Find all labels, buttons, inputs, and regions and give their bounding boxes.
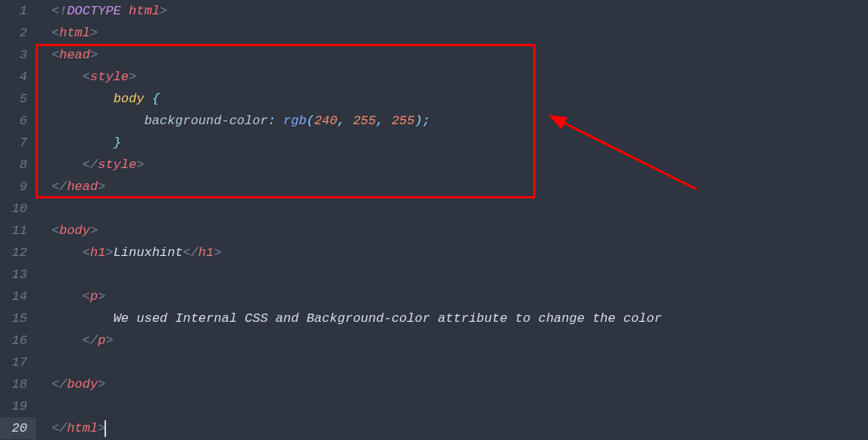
line-number: 1 [0, 0, 27, 22]
code-line[interactable]: <h1>Linuxhint</h1> [52, 242, 868, 264]
code-line[interactable]: body { [52, 88, 868, 110]
line-number: 9 [0, 176, 27, 198]
code-line[interactable]: <body> [52, 220, 868, 242]
code-line[interactable]: background-color: rgb(240, 255, 255); [52, 110, 868, 132]
line-number: 18 [0, 373, 27, 395]
code-line[interactable]: <p> [52, 286, 868, 307]
line-number-gutter: 1 2 3 4 5 6 7 8 9 10 11 12 13 14 15 16 1… [0, 0, 36, 440]
code-area[interactable]: <!DOCTYPE html> <html> <head> <style> bo… [36, 0, 868, 440]
line-number: 7 [0, 132, 27, 154]
code-line[interactable] [52, 395, 868, 417]
line-number: 13 [0, 264, 27, 286]
code-line[interactable]: </body> [52, 373, 868, 395]
line-number: 16 [0, 329, 27, 351]
line-number: 20 [0, 417, 36, 439]
line-number: 14 [0, 286, 27, 307]
code-line[interactable] [52, 198, 868, 220]
line-number: 11 [0, 220, 27, 242]
line-number: 15 [0, 307, 27, 329]
line-number: 4 [0, 66, 27, 88]
code-line[interactable]: </html> [52, 417, 868, 439]
code-line[interactable] [52, 351, 868, 373]
code-line[interactable]: </style> [52, 154, 868, 176]
line-number: 8 [0, 154, 27, 176]
line-number: 12 [0, 242, 27, 264]
text-cursor [105, 420, 106, 437]
line-number: 3 [0, 44, 27, 66]
line-number: 2 [0, 22, 27, 44]
line-number: 5 [0, 88, 27, 110]
code-line[interactable]: </p> [52, 329, 868, 351]
code-line[interactable]: We used Internal CSS and Background-colo… [52, 307, 868, 329]
line-number: 6 [0, 110, 27, 132]
code-line[interactable] [52, 264, 868, 286]
code-line[interactable]: } [52, 132, 868, 154]
line-number: 17 [0, 351, 27, 373]
code-line[interactable]: <head> [52, 44, 868, 66]
code-line[interactable]: <style> [52, 66, 868, 88]
code-line[interactable]: <html> [52, 22, 868, 44]
code-line[interactable]: </head> [52, 176, 868, 198]
line-number: 19 [0, 395, 27, 417]
code-line[interactable]: <!DOCTYPE html> [52, 0, 868, 22]
code-editor[interactable]: 1 2 3 4 5 6 7 8 9 10 11 12 13 14 15 16 1… [0, 0, 868, 440]
line-number: 10 [0, 198, 27, 220]
